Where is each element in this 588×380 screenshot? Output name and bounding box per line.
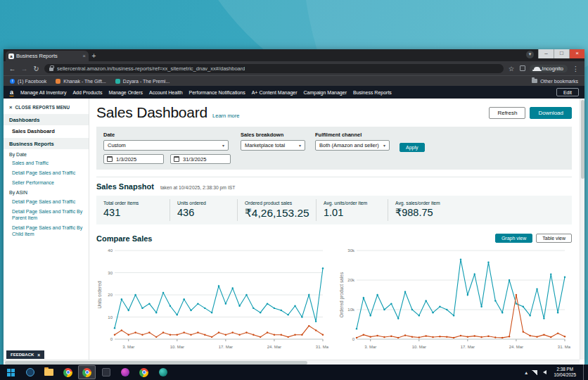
date-range-select[interactable]: Custom ▾ [103,140,229,151]
sidebar-item-detail-page-sales-traffic[interactable]: Detail Page Sales and Traffic [4,168,89,178]
close-icon[interactable]: × [37,353,40,357]
address-bar[interactable]: sellercentral.amazon.in/business-reports… [44,64,504,73]
date-from-value: 1/3/2025 [116,156,136,163]
scrollbar-thumb[interactable] [581,100,584,179]
close-reports-menu-button[interactable]: × CLOSE REPORTS MENU [4,102,89,113]
nav-item-account-health[interactable]: Account Health [149,90,182,95]
start-button[interactable] [2,365,20,379]
taskbar-clock[interactable]: 2:38 PM 10/04/2025 [550,367,580,378]
nav-item-business-reports[interactable]: Business Reports [353,90,392,95]
svg-text:Ordered product sales: Ordered product sales [339,272,345,317]
stat-avg-units-per-order: Avg. units/order item 1.01 [316,199,388,221]
svg-text:40: 40 [108,248,113,253]
stat-units-ordered: Units ordered 436 [170,199,237,221]
taskbar-chrome-icon[interactable] [59,365,77,379]
new-tab-button[interactable]: + [89,51,99,61]
apply-button[interactable]: Apply [400,143,425,152]
nav-item-manage-orders[interactable]: Manage Orders [108,90,143,95]
taskbar-app-icon[interactable] [97,365,115,379]
graph-view-button[interactable]: Graph view [495,234,532,243]
close-button[interactable]: × [569,49,584,58]
date-from-input[interactable]: 1/3/2025 [103,154,164,164]
browser-toolbar: ← → ↻ sellercentral.amazon.in/business-r… [4,61,584,75]
close-icon: × [9,104,13,110]
bookmark-khanak[interactable]: Khanak - The Gift... [56,79,106,84]
tab-close-icon[interactable]: × [82,53,86,59]
units-ordered-chart: 0102030403. Mar10. Mar17. Mar24. Mar31. … [96,246,328,352]
menu-kebab-icon[interactable]: ⋮ [572,65,580,72]
main-header: Sales Dashboard Learn more Refresh Downl… [96,104,572,121]
forward-icon[interactable]: → [20,65,28,72]
minimize-button[interactable]: – [538,49,554,58]
side-panel-icon[interactable] [520,65,525,71]
sales-breakdown-select[interactable]: Marketplace total ▾ [241,140,305,151]
taskbar-chrome-icon[interactable] [135,365,153,379]
taskbar-chrome-active-icon[interactable] [78,365,96,379]
network-icon[interactable] [532,370,537,375]
nav-item-campaign-manager[interactable]: Campaign Manager [304,90,347,95]
sales-breakdown-filter: Sales breakdown Marketplace total ▾ [241,132,305,151]
sidebar-item-sales-and-traffic[interactable]: Sales and Traffic [4,158,89,168]
taskbar-app-purple-icon[interactable] [116,365,134,379]
chevron-down-icon[interactable]: ▾ [526,51,534,58]
bookmark-label: (1) Facebook [18,79,46,84]
sidebar-item-detail-page-child-item[interactable]: Detail Page Sales and Traffic By Child I… [4,223,89,239]
amazon-logo-icon[interactable]: a [9,89,14,96]
show-desktop-button[interactable] [583,365,587,380]
taskbar-file-explorer-icon[interactable] [40,365,58,379]
windows-logo-icon [7,369,15,376]
fulfilment-channel-select[interactable]: Both (Amazon and seller) ▾ [315,140,390,151]
sidebar-item-detail-page-parent-item[interactable]: Detail Page Sales and Traffic By Parent … [4,206,89,222]
bookmark-label: Khanak - The Gift... [63,79,106,84]
edit-button[interactable]: Edit [556,88,579,96]
browser-tab[interactable]: a Business Reports × [6,51,89,61]
taskbar-app-teal-icon[interactable] [154,365,172,379]
taskbar-search-icon[interactable] [21,365,39,379]
svg-text:0: 0 [110,337,113,341]
lock-icon[interactable] [49,68,53,71]
horizontal-scrollbar[interactable] [4,360,580,365]
nav-item-performance-notifications[interactable]: Performance Notifications [189,90,245,95]
svg-text:17. Mar: 17. Mar [219,345,233,349]
stat-avg-sales-per-order: Avg. sales/order item ₹988.75 [388,199,471,221]
tray-up-arrow-icon[interactable]: ▲ [524,370,528,375]
folder-icon [532,79,537,83]
stat-label: Avg. units/order item [324,201,381,205]
chevron-down-icon: ▾ [299,143,301,148]
window-controls: – □ × [538,49,584,58]
learn-more-link[interactable]: Learn more [212,113,239,119]
date-range-value: Custom [108,142,126,148]
back-icon[interactable]: ← [8,65,16,72]
date-to-input[interactable]: 31/3/2025 [170,154,231,164]
main-content: Sales Dashboard Learn more Refresh Downl… [89,99,584,365]
table-view-button[interactable]: Table view [536,234,572,243]
bookmark-facebook[interactable]: f (1) Facebook [10,79,46,84]
download-button[interactable]: Download [530,107,572,119]
sidebar-item-sales-dashboard[interactable]: Sales Dashboard [4,125,89,137]
vertical-scrollbar[interactable] [580,99,584,360]
sidebar-item-seller-performance[interactable]: Seller Performance [4,178,89,188]
volume-icon[interactable] [541,370,547,374]
taskbar-date: 10/04/2025 [554,372,576,378]
nav-item-a-plus-content-manager[interactable]: A+ Content Manager [252,90,298,95]
svg-text:30: 30 [108,271,113,275]
maximize-button[interactable]: □ [554,49,569,58]
page-viewport: a Manage All Inventory Add Products Mana… [4,86,584,365]
fulfilment-channel-label: Fulfilment channel [315,132,390,138]
reload-icon[interactable]: ↻ [32,65,40,72]
bookmark-dzyara[interactable]: Dzyara - The Premi... [115,79,170,84]
refresh-button[interactable]: Refresh [489,107,525,119]
stat-value: 436 [177,207,230,218]
nav-item-manage-all-inventory[interactable]: Manage All Inventory [20,90,66,95]
tab-favicon-icon: a [8,53,14,59]
sidebar-item-detail-page-sales-traffic-asin[interactable]: Detail Page Sales and Traffic [4,196,89,206]
svg-text:30k: 30k [347,248,355,253]
svg-text:31. Mar: 31. Mar [558,345,570,349]
stat-total-order-items: Total order items 431 [96,199,170,221]
feedback-tag[interactable]: FEEDBACK × [6,350,44,359]
bookmark-star-icon[interactable]: ☆ [508,65,516,72]
svg-text:0: 0 [352,337,355,341]
nav-item-add-products[interactable]: Add Products [72,90,102,95]
facebook-icon: f [10,79,15,84]
other-bookmarks-button[interactable]: Other bookmarks [532,79,578,84]
